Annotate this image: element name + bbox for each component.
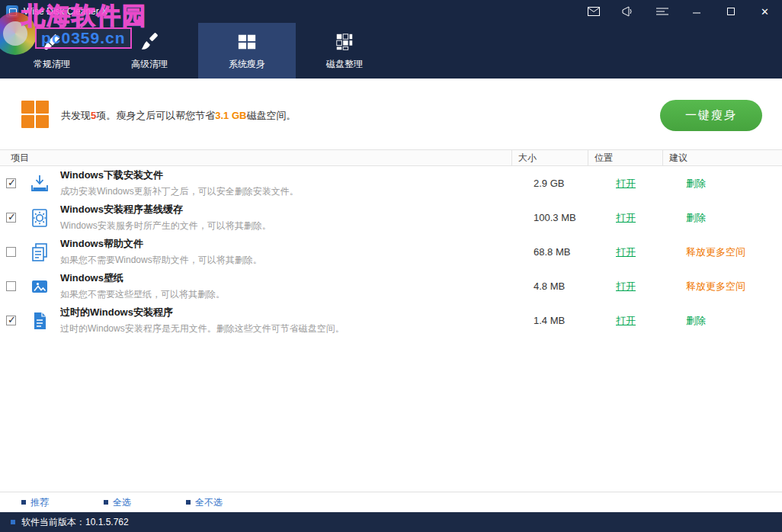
table-row: Windows下载安装文件 成功安装Windows更新补丁之后，可以安全删除安装… [0,166,782,200]
app-logo-icon [6,5,18,18]
row-checkbox[interactable] [6,247,16,257]
table-row: Windows壁纸 如果您不需要这些壁纸，可以将其删除。 4.8 MB 打开 释… [0,269,782,303]
column-header-size: 大小 [512,150,588,165]
close-button[interactable]: ✕ [748,0,782,23]
item-title: 过时的Windows安装程序 [60,306,345,319]
installer-cache-icon [28,207,51,229]
status-bar: 软件当前版本：10.1.5.762 [0,512,782,532]
item-size: 4.8 MB [512,280,588,292]
item-description: 过时的Windows安装程序是无用文件。删除这些文件可节省磁盘空间。 [60,322,345,335]
broom-icon [42,31,62,53]
square-bullet-icon [186,500,191,505]
item-description: 如果您不需要这些壁纸，可以将其删除。 [60,288,225,301]
installer-file-icon [28,309,51,332]
one-key-slim-button[interactable]: 一键瘦身 [660,100,762,131]
close-icon: ✕ [761,7,769,17]
item-size: 1.4 MB [512,315,588,326]
item-title: Windows下载安装文件 [60,168,299,182]
summary-suffix: 磁盘空间。 [246,110,296,121]
summary-prefix: 共发现 [61,110,91,121]
version-text: 软件当前版本：10.1.5.762 [21,516,129,529]
tab-system-slim[interactable]: 系统瘦身 [198,23,296,79]
content-spacer [0,338,782,492]
table-header: 项目 大小 位置 建议 [0,149,782,166]
item-description: Windows安装服务时所产生的文件，可以将其删除。 [60,220,271,232]
footer-link-bar: 推荐 全选 全不选 [0,492,782,512]
summary-text: 共发现5项。瘦身之后可以帮您节省3.1 GB磁盘空间。 [61,109,296,123]
tab-advanced-clean[interactable]: 高级清理 [101,23,198,79]
item-list: Windows下载安装文件 成功安装Windows更新补丁之后，可以安全删除安装… [0,166,782,338]
mail-icon[interactable] [576,0,611,23]
menu-icon[interactable] [645,0,679,23]
tab-common-clean[interactable]: 常规清理 [3,23,101,79]
recommend-label: 推荐 [30,496,49,509]
row-checkbox[interactable] [6,281,16,291]
maximize-button[interactable] [713,0,748,23]
suggestion-label: 释放更多空间 [686,280,745,292]
summary-panel: 共发现5项。瘦身之后可以帮您节省3.1 GB磁盘空间。 一键瘦身 [0,79,782,149]
column-header-location: 位置 [588,150,663,165]
promo-icon[interactable] [611,0,645,23]
table-row: 过时的Windows安装程序 过时的Windows安装程序是无用文件。删除这些文… [0,303,782,338]
nav-bar: 常规清理 高级清理 系统瘦身 磁盘整理 [0,23,782,79]
item-title: Windows帮助文件 [60,237,262,251]
orange-windows-icon [21,101,49,128]
square-bullet-icon [11,520,15,524]
recommend-link[interactable]: 推荐 [21,496,49,509]
tab-label: 高级清理 [131,58,168,71]
square-bullet-icon [21,500,26,505]
table-row: Windows安装程序基线缓存 Windows安装服务时所产生的文件，可以将其删… [0,200,782,235]
table-row: Windows帮助文件 如果您不需要Windows帮助文件，可以将其删除。 68… [0,235,782,269]
suggestion-label: 释放更多空间 [686,246,745,258]
row-checkbox[interactable] [6,213,16,223]
open-location-link[interactable]: 打开 [616,246,636,258]
column-header-item: 项目 [0,150,512,165]
open-location-link[interactable]: 打开 [616,280,636,292]
help-file-icon [28,241,51,264]
brush-icon [139,31,159,53]
app-window: Wise Disk Cleaner X ✕ 常规清 [0,0,782,532]
item-description: 成功安装Windows更新补丁之后，可以安全删除安装文件。 [60,185,299,198]
tab-disk-defrag[interactable]: 磁盘整理 [296,23,393,79]
item-size: 68.8 MB [512,246,588,258]
defrag-icon [335,31,354,53]
tab-label: 常规清理 [34,58,70,71]
select-all-label: 全选 [113,496,131,509]
select-none-link[interactable]: 全不选 [186,496,223,509]
savable-size: 3.1 GB [215,110,246,121]
open-location-link[interactable]: 打开 [616,212,636,223]
minimize-button[interactable] [679,0,713,23]
wallpaper-icon [28,275,51,298]
open-location-link[interactable]: 打开 [616,315,636,326]
item-title: Windows安装程序基线缓存 [60,203,271,216]
item-size: 100.3 MB [512,212,588,223]
square-bullet-icon [104,500,108,505]
row-checkbox[interactable] [6,316,16,325]
window-title: Wise Disk Cleaner X [24,6,107,17]
row-checkbox[interactable] [6,178,16,188]
item-description: 如果您不需要Windows帮助文件，可以将其删除。 [60,254,262,267]
suggestion-label: 删除 [686,178,706,189]
suggestion-label: 删除 [686,315,706,326]
windows-icon [237,31,257,53]
item-size: 2.9 GB [512,178,588,189]
tab-label: 磁盘整理 [326,58,363,71]
suggestion-label: 删除 [686,212,706,223]
title-bar: Wise Disk Cleaner X ✕ [0,0,782,23]
select-none-label: 全不选 [195,496,223,509]
open-location-link[interactable]: 打开 [616,178,636,189]
download-file-icon [28,172,51,195]
summary-mid: 项。瘦身之后可以帮您节省 [96,110,215,121]
select-all-link[interactable]: 全选 [104,496,131,509]
tab-label: 系统瘦身 [229,58,265,71]
column-header-suggestion: 建议 [663,150,782,165]
item-title: Windows壁纸 [60,271,225,285]
